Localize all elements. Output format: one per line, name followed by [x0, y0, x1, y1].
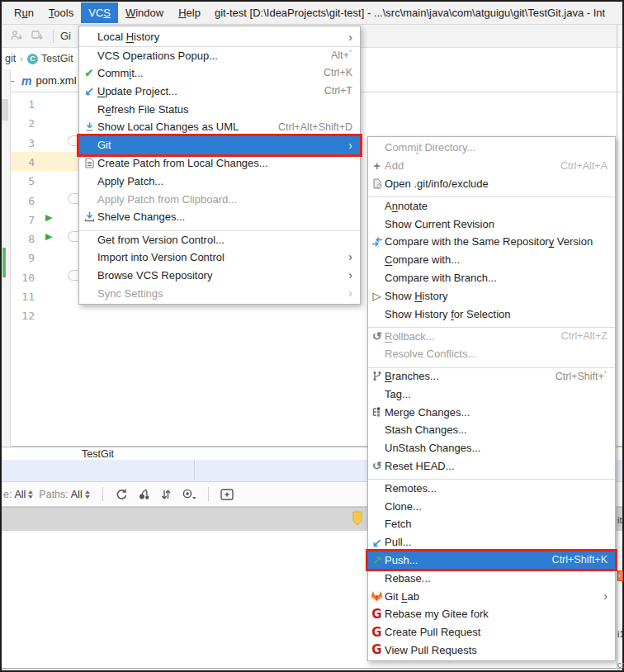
menu-item-label: Apply Patch from Clipboard... [97, 193, 237, 206]
menu-item-clone[interactable]: Clone... [368, 497, 615, 515]
merge-icon [369, 407, 385, 417]
menu-item-label: Commit Directory... [385, 141, 475, 154]
menu-item-commit[interactable]: ✔Commit...Ctrl+K [79, 64, 360, 83]
menu-item-vcs-operations-popup[interactable]: VCS Operations Popup...Alt+` [79, 46, 360, 64]
clipped-hash-fragment: ca7ac [617, 660, 624, 670]
menu-item-import-into-version-control[interactable]: Import into Version Control› [79, 248, 360, 267]
menu-item-shelve-changes[interactable]: Shelve Changes... [79, 208, 360, 226]
run-line-icon[interactable]: ▶ [45, 231, 52, 242]
menu-item-get-from-version-control[interactable]: Get from Version Control... [79, 230, 360, 248]
menu-item-commit-directory[interactable]: Commit Directory... [368, 139, 615, 157]
menu-item-fetch[interactable]: Fetch [368, 515, 615, 533]
menu-item-label: Show Local Changes as UML [97, 121, 239, 133]
menu-item-show-current-revision[interactable]: Show Current Revision [368, 215, 615, 233]
new-window-icon[interactable] [220, 489, 234, 500]
menu-item-label: Fetch [385, 518, 412, 530]
menubar-item-run[interactable]: Run [7, 2, 41, 23]
fold-marker [68, 270, 79, 281]
exclude-file-icon [369, 178, 385, 189]
git-submenu: Commit Directory...+AddCtrl+Alt+AOpen .g… [367, 136, 616, 661]
menu-item-show-history-for-selection[interactable]: Show History for Selection [368, 305, 615, 323]
menu-item-label: Rebase... [385, 572, 431, 584]
vcs-menu: Local History›VCS Operations Popup...Alt… [78, 26, 361, 305]
menu-item-view-pull-requests[interactable]: GView Pull Requests [368, 641, 615, 660]
submenu-arrow-icon: › [348, 287, 352, 299]
ide-window: RunToolsVCSWindowHelp git-test [D:\IdeaP… [0, 0, 624, 672]
menu-item-refresh-file-status[interactable]: Refresh File Status [79, 100, 360, 118]
menu-item-git-lab[interactable]: Git Lab› [368, 587, 615, 605]
tab-pom-xml[interactable]: m pom.xml [17, 69, 84, 92]
menu-item-open-git-info-exclude[interactable]: Open .git/info/exclude [368, 175, 615, 193]
menu-item-local-history[interactable]: Local History› [79, 28, 360, 46]
vcs-change-marker [2, 248, 6, 277]
menu-item-shortcut: Ctrl+Alt+A [560, 160, 607, 172]
uml-icon [81, 121, 97, 132]
menu-item-branches[interactable]: Branches...Ctrl+Shift+` [368, 367, 615, 386]
push-icon: ↗ [369, 553, 385, 566]
eye-icon[interactable] [181, 489, 196, 499]
refresh-icon[interactable] [115, 489, 128, 500]
menu-item-compare-with-branch[interactable]: Compare with Branch... [368, 269, 615, 287]
menu-item-label: Add [385, 159, 404, 172]
line-number: 1 [28, 95, 35, 114]
menu-item-show-history[interactable]: ▷︎Show History [368, 286, 615, 305]
menu-item-show-local-changes-as-uml[interactable]: Show Local Changes as UMLCtrl+Alt+Shift+… [79, 118, 360, 136]
run-line-icon[interactable]: ▶ [45, 212, 52, 223]
menu-item-compare-with[interactable]: Compare with... [368, 251, 615, 269]
menu-item-git[interactable]: Git› [79, 136, 360, 154]
spinner-arrows-icon[interactable] [28, 490, 33, 499]
menu-item-rollback[interactable]: ↺Rollback...Ctrl+Alt+Z [368, 327, 615, 345]
menubar-item-window[interactable]: Window [118, 2, 171, 23]
line-number: 2 [28, 114, 35, 133]
menu-item-create-pull-request[interactable]: GCreate Pull Request [368, 623, 615, 641]
commit-check-icon: ✔ [81, 67, 97, 79]
menu-item-apply-patch-from-clipboard[interactable]: Apply Patch from Clipboard... [79, 190, 360, 208]
breadcrumb-file[interactable]: TestGit [41, 53, 73, 64]
vcs-commit-icon[interactable] [31, 30, 44, 42]
menu-item-reset-head[interactable]: ↺Reset HEAD... [368, 457, 615, 476]
toolbar-partial-text: Gi [60, 30, 71, 42]
menu-item-label: Branches... [385, 370, 439, 382]
breadcrumb-separator-icon: › [20, 54, 23, 64]
menu-item-push[interactable]: ↗Push...Ctrl+Shift+K [368, 551, 615, 570]
menu-item-label: Shelve Changes... [97, 211, 185, 223]
menu-item-label: Create Pull Request [385, 626, 480, 638]
menu-item-tag[interactable]: Tag... [368, 385, 615, 403]
menubar-item-vcs[interactable]: VCS [81, 2, 118, 23]
menu-item-rebase-my-gitee-fork[interactable]: GRebase my Gitee fork [368, 605, 615, 623]
spinner-arrows-icon[interactable] [85, 490, 90, 499]
menu-item-rebase[interactable]: Rebase... [368, 569, 615, 587]
menu-item-update-project[interactable]: ↙Update Project...Ctrl+T [79, 82, 360, 100]
menu-item-pull[interactable]: ↙Pull... [368, 533, 615, 551]
menu-item-remotes[interactable]: Remotes... [368, 479, 615, 497]
menu-item-apply-patch[interactable]: Apply Patch... [79, 172, 360, 190]
menu-item-add[interactable]: +AddCtrl+Alt+A [368, 157, 615, 175]
menu-item-resolve-conflicts[interactable]: Resolve Conflicts... [368, 345, 615, 363]
menu-item-compare-with-the-same-repository-version[interactable]: Compare with the Same Repository Version [368, 233, 615, 251]
vcs-update-icon[interactable] [10, 30, 23, 42]
menu-item-merge-changes[interactable]: Merge Changes... [368, 403, 615, 421]
menu-item-create-patch-from-local-changes[interactable]: Create Patch from Local Changes... [79, 154, 360, 173]
gitee-icon: G [369, 607, 385, 622]
menubar-item-help[interactable]: Help [171, 2, 208, 23]
cherry-pick-icon[interactable] [138, 489, 151, 500]
tool-tab-testgit[interactable]: TestGit [82, 448, 114, 460]
log-column-divider [194, 460, 196, 481]
scrollbar-thumb[interactable] [2, 99, 8, 121]
menu-item-label: Stash Changes... [385, 424, 467, 436]
filter-value-e[interactable]: All [14, 489, 26, 500]
filter-value-paths[interactable]: All [71, 489, 83, 500]
fold-marker [68, 231, 79, 242]
toolbar-separator [53, 30, 54, 43]
menu-item-browse-vcs-repository[interactable]: Browse VCS Repository› [79, 266, 360, 284]
menu-item-unstash-changes[interactable]: UnStash Changes... [368, 439, 615, 457]
menu-item-annotate[interactable]: Annotate [368, 196, 615, 215]
sort-icon[interactable] [161, 489, 171, 500]
breadcrumb-project[interactable]: git [5, 53, 16, 64]
menubar-item-tools[interactable]: Tools [41, 2, 81, 23]
menu-item-label: Clone... [385, 500, 422, 513]
menu-item-label: UnStash Changes... [385, 442, 480, 454]
clipped-text-fragment: i1 [617, 629, 624, 639]
menu-item-sync-settings[interactable]: Sync Settings› [79, 284, 360, 302]
menu-item-stash-changes[interactable]: Stash Changes... [368, 421, 615, 439]
